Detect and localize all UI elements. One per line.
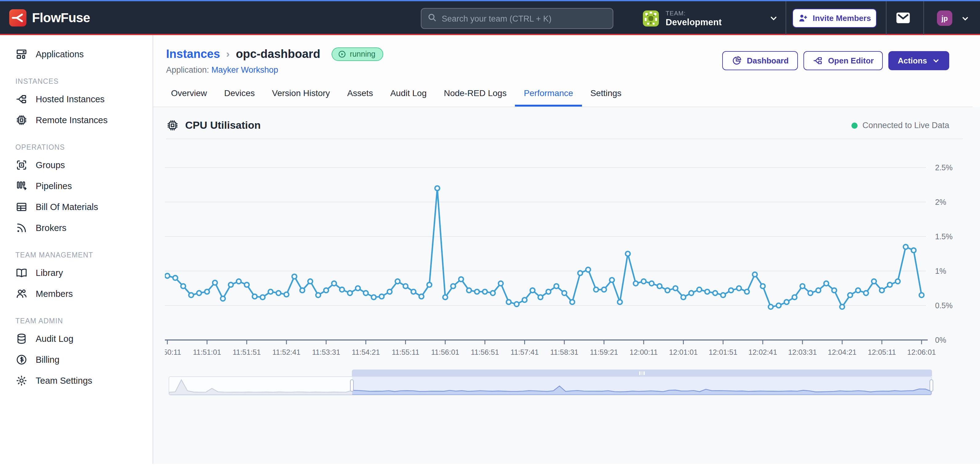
breadcrumb-separator: ›	[226, 48, 229, 60]
svg-text:12:03:31: 12:03:31	[788, 348, 817, 356]
actions-button[interactable]: Actions	[889, 51, 949, 70]
svg-text:12:05:11: 12:05:11	[868, 348, 896, 356]
header-actions: Dashboard Open Editor Actions	[722, 51, 949, 70]
svg-text:11:58:31: 11:58:31	[550, 348, 579, 356]
brokers-icon	[15, 222, 28, 234]
instance-tabs: Overview Devices Version History Assets …	[153, 85, 973, 107]
audit-log-icon	[15, 332, 28, 345]
tab-settings[interactable]: Settings	[582, 85, 630, 107]
sidebar-item-label: Applications	[36, 49, 84, 59]
svg-text:2.5%: 2.5%	[935, 163, 953, 172]
svg-text:11:55:11: 11:55:11	[391, 348, 419, 356]
chevron-down-icon	[932, 57, 940, 65]
panel-title-text: CPU Utilisation	[185, 119, 261, 131]
sidebar-item-remote-instances[interactable]: Remote Instances	[0, 110, 153, 131]
sidebar-item-label: Hosted Instances	[36, 94, 105, 104]
invite-members-button[interactable]: Invite Members	[792, 9, 877, 28]
instance-name: opc-dashboard	[236, 48, 320, 61]
cpu-icon	[166, 119, 179, 132]
open-editor-button[interactable]: Open Editor	[803, 51, 883, 70]
flowfuse-logo[interactable]: FlowFuse	[9, 9, 90, 27]
sidebar-item-label: Brokers	[36, 223, 67, 233]
cpu-utilisation-chart: 11:50:1111:51:0111:51:5111:52:4111:53:31…	[165, 148, 961, 364]
user-menu-chevron-down-icon[interactable]	[961, 14, 970, 25]
top-navigation-bar: FlowFuse TEAM: Development Invite Member…	[0, 1, 980, 35]
tab-audit-log[interactable]: Audit Log	[382, 85, 435, 107]
svg-text:11:59:21: 11:59:21	[590, 348, 618, 356]
sidebar-item-hosted-instances[interactable]: Hosted Instances	[0, 89, 153, 110]
notifications-mail-icon[interactable]	[895, 10, 911, 28]
svg-text:1.5%: 1.5%	[935, 232, 953, 241]
svg-text:11:53:31: 11:53:31	[312, 348, 340, 356]
team-selector[interactable]: TEAM: Development	[643, 1, 722, 35]
actions-button-label: Actions	[898, 56, 927, 65]
team-search[interactable]	[421, 8, 613, 29]
performance-panel: CPU Utilisation Connected to Live Data 1…	[153, 107, 980, 464]
range-selector-drag-bar[interactable]	[352, 369, 932, 376]
open-editor-button-label: Open Editor	[828, 56, 874, 65]
sidebar-section-instances: INSTANCES	[0, 78, 153, 85]
svg-text:11:56:01: 11:56:01	[431, 348, 460, 356]
tab-overview[interactable]: Overview	[162, 85, 216, 107]
tab-node-red-logs[interactable]: Node-RED Logs	[435, 85, 515, 107]
sidebar-item-bill-of-materials[interactable]: Bill Of Materials	[0, 197, 153, 217]
svg-text:11:57:41: 11:57:41	[511, 348, 539, 356]
application-link[interactable]: Mayker Workshop	[211, 65, 278, 75]
dashboard-button-label: Dashboard	[747, 56, 789, 65]
sidebar-item-billing[interactable]: Billing	[0, 349, 153, 370]
dashboard-button[interactable]: Dashboard	[722, 51, 798, 70]
sidebar-item-team-settings[interactable]: Team Settings	[0, 370, 153, 391]
panel-title: CPU Utilisation	[166, 119, 261, 132]
team-label: TEAM:	[666, 10, 722, 16]
team-avatar	[643, 10, 659, 26]
tab-version-history[interactable]: Version History	[263, 85, 338, 107]
svg-text:2%: 2%	[935, 198, 946, 206]
flowfuse-logo-icon	[9, 9, 27, 27]
tab-assets[interactable]: Assets	[339, 85, 382, 107]
tab-devices[interactable]: Devices	[216, 85, 264, 107]
search-input[interactable]	[442, 14, 606, 23]
range-selector-minichart[interactable]	[169, 376, 932, 395]
sidebar-item-applications[interactable]: Applications	[0, 44, 153, 65]
team-chevron-down-icon[interactable]	[769, 14, 778, 25]
chart-range-selector[interactable]	[169, 369, 932, 396]
sidebar-section-operations: OPERATIONS	[0, 144, 153, 151]
sidebar-item-pipelines[interactable]: Pipelines	[0, 176, 153, 197]
main-content: Instances › opc-dashboard running Applic…	[153, 35, 980, 464]
panel-divider	[166, 139, 963, 139]
sidebar-section-team-management: TEAM MANAGEMENT	[0, 251, 153, 259]
applications-icon	[15, 48, 28, 60]
svg-text:11:50:11: 11:50:11	[165, 348, 181, 356]
sidebar-item-audit-log[interactable]: Audit Log	[0, 328, 153, 349]
svg-text:11:52:41: 11:52:41	[272, 348, 301, 356]
sidebar-item-label: Members	[36, 289, 73, 299]
pipelines-icon	[15, 180, 28, 192]
tab-performance[interactable]: Performance	[515, 85, 582, 107]
team-settings-icon	[15, 374, 28, 387]
sidebar-item-label: Audit Log	[36, 334, 73, 344]
live-status-text: Connected to Live Data	[862, 121, 949, 130]
breadcrumb-instances-link[interactable]: Instances	[166, 48, 220, 61]
sidebar-item-brokers[interactable]: Brokers	[0, 217, 153, 238]
sidebar-item-groups[interactable]: Groups	[0, 155, 153, 176]
range-selector-left-handle[interactable]	[350, 379, 354, 392]
sidebar-item-library[interactable]: Library	[0, 262, 153, 283]
sidebar-item-label: Groups	[36, 160, 65, 170]
user-avatar[interactable]: jp	[937, 10, 952, 26]
svg-text:12:04:21: 12:04:21	[828, 348, 856, 356]
sidebar-item-label: Bill Of Materials	[36, 202, 98, 212]
range-selector-right-handle[interactable]	[929, 379, 933, 392]
topbar-divider	[786, 1, 786, 35]
bill-of-materials-icon	[15, 201, 28, 213]
sidebar-item-label: Pipelines	[36, 181, 72, 191]
sidebar-item-members[interactable]: Members	[0, 283, 153, 304]
user-plus-icon	[798, 13, 808, 23]
hosted-instances-icon	[15, 93, 28, 105]
logo-wordmark: FlowFuse	[32, 10, 90, 25]
live-data-status: Connected to Live Data	[851, 121, 949, 130]
sidebar-section-team-admin: TEAM ADMIN	[0, 317, 153, 324]
svg-text:12:01:01: 12:01:01	[669, 348, 698, 356]
svg-text:11:54:21: 11:54:21	[352, 348, 380, 356]
sidebar-item-label: Remote Instances	[36, 115, 108, 125]
svg-text:12:00:11: 12:00:11	[630, 348, 658, 356]
